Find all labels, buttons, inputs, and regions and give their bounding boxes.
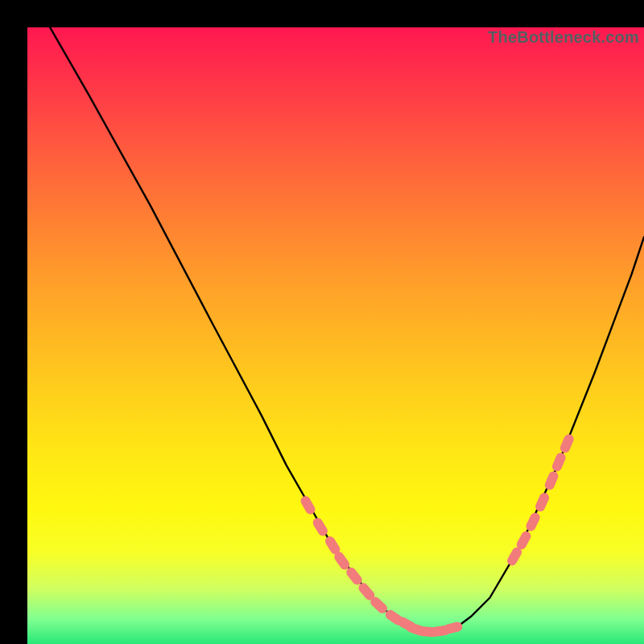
marker-left-pill bbox=[442, 621, 463, 634]
chart-frame: TheBottleneck.com bbox=[0, 0, 644, 644]
marker-right-pill bbox=[559, 433, 576, 455]
bottleneck-curve-svg bbox=[27, 27, 644, 644]
watermark-text: TheBottleneck.com bbox=[488, 28, 639, 47]
marker-right-pill bbox=[543, 470, 559, 492]
plot-area: TheBottleneck.com bbox=[27, 27, 644, 644]
curve-path bbox=[47, 27, 644, 632]
marker-right-pill bbox=[551, 452, 567, 473]
